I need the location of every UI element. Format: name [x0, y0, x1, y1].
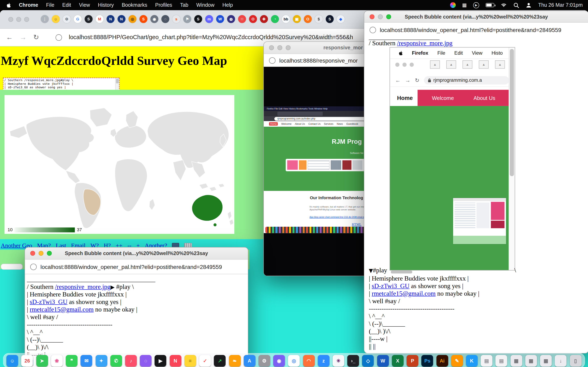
menu-item[interactable]: Window	[196, 2, 214, 8]
song-link[interactable]: sD-zTwi3_GU	[30, 298, 68, 305]
dock-icon[interactable]: ◇	[362, 355, 374, 366]
browser-tab[interactable]: m	[205, 15, 213, 23]
dock-icon[interactable]: Ai	[436, 355, 448, 366]
forward-icon[interactable]: →	[405, 77, 410, 83]
info-icon[interactable]	[370, 26, 376, 33]
address-text[interactable]: localhost:8888/responsive_mor	[279, 57, 358, 64]
iframe-vertical-scrollbar[interactable]	[509, 48, 515, 270]
dock-icon[interactable]: ▤	[495, 355, 507, 366]
menu-item[interactable]: Edit	[62, 2, 71, 8]
dock-icon[interactable]: ❞	[66, 355, 77, 366]
browser-tab[interactable]: S	[139, 15, 147, 23]
browser-tab[interactable]: N	[118, 15, 126, 23]
browser-tab[interactable]: N	[107, 15, 114, 23]
browser-tab[interactable]: bb	[282, 15, 290, 23]
menu-item[interactable]: File	[46, 2, 54, 8]
dock-icon[interactable]: ▶	[155, 355, 166, 366]
address-text[interactable]: localhost:8888/window_opener_pal.html?el…	[380, 26, 561, 33]
browser-tab[interactable]: S	[85, 15, 93, 23]
search-icon[interactable]	[513, 2, 519, 8]
menu-item[interactable]: View	[79, 2, 90, 8]
browser-tab[interactable]: ∷	[238, 15, 246, 23]
country-australia[interactable]	[192, 195, 223, 221]
details-play-icon[interactable]: ▶	[111, 284, 114, 290]
dock-icon[interactable]: ↓	[555, 355, 567, 366]
close-button[interactable]	[370, 14, 374, 19]
responsive-more-link[interactable]: /responsive_more.jpg	[397, 40, 453, 47]
browser-tab[interactable]: ◉	[150, 15, 158, 23]
reload-icon[interactable]: ↻	[415, 77, 419, 83]
minimize-button[interactable]	[39, 251, 43, 256]
browser-tab[interactable]: ☺	[52, 15, 60, 23]
dock-icon[interactable]: ➤	[36, 355, 48, 366]
back-icon[interactable]: ←	[395, 77, 401, 83]
browser-tab[interactable]: S	[194, 15, 202, 23]
dock-icon[interactable]: ♪	[125, 355, 137, 366]
dock-icon[interactable]: z	[318, 355, 329, 366]
close-button[interactable]	[269, 45, 274, 50]
window-controls[interactable]	[8, 17, 29, 22]
iframe-nav-item[interactable]: Welcome	[432, 95, 454, 101]
dock-icon[interactable]: ▯	[570, 355, 581, 366]
info-icon[interactable]	[269, 57, 276, 64]
menu-item[interactable]: History	[98, 2, 114, 8]
menu-item[interactable]: Tab	[180, 2, 188, 8]
dock-icon[interactable]: ✳	[333, 355, 344, 366]
email-link[interactable]: rmetcalfe15@gmail.com	[30, 306, 94, 313]
wifi-icon[interactable]	[501, 2, 507, 8]
dock-icon[interactable]: ✎	[451, 355, 463, 366]
battery-icon[interactable]	[486, 3, 494, 7]
address-bar[interactable]: localhost:8888/PHP/GeoChart/geo_chart.ph…	[69, 34, 353, 41]
browser-tab[interactable]: ◆	[337, 15, 345, 23]
dock-icon[interactable]: N	[169, 355, 181, 366]
user-icon[interactable]	[526, 2, 532, 8]
dock-icon[interactable]: ❧	[229, 355, 241, 366]
dock-icon[interactable]: ≡	[184, 355, 196, 366]
dock-icon[interactable]: ▦	[540, 355, 552, 366]
dock-icon[interactable]: ◌	[140, 355, 151, 366]
grid-icon[interactable]: ▦	[462, 2, 467, 8]
browser-tab[interactable]: O	[249, 15, 257, 23]
dock-icon[interactable]: ↗	[214, 355, 226, 366]
play-circle-icon[interactable]: ▶	[473, 2, 479, 8]
minimize-button[interactable]	[277, 45, 282, 50]
email-link[interactable]: rmetcalfe15@gmail.com	[372, 290, 436, 297]
dock-icon[interactable]: ▦	[525, 355, 537, 366]
dock-icon[interactable]: ▤	[481, 355, 493, 366]
info-icon[interactable]	[56, 34, 62, 40]
minimize-button[interactable]	[16, 17, 21, 22]
iframe-address[interactable]: rjmprogramming.com.a	[424, 76, 509, 84]
color-wheel-icon[interactable]	[450, 2, 456, 8]
browser-tab[interactable]: ▣	[293, 15, 301, 23]
browser-tab[interactable]: O	[304, 15, 312, 23]
apple-icon[interactable]	[6, 2, 11, 8]
dock-icon[interactable]: Ps	[421, 355, 433, 366]
browser-tab[interactable]: s	[172, 15, 180, 23]
dock-icon[interactable]: 26	[21, 355, 33, 366]
dock-icon[interactable]: P	[407, 355, 418, 366]
dock-icon[interactable]: ☺	[7, 355, 18, 366]
browser-tab[interactable]: ◎	[129, 15, 136, 23]
dock-icon[interactable]: ⚙	[259, 355, 270, 366]
browser-tab[interactable]: ⋮	[41, 15, 49, 23]
dock-icon[interactable]: ▦	[510, 355, 522, 366]
browser-tab[interactable]: $	[315, 15, 323, 23]
dock-icon[interactable]: ✆	[110, 355, 122, 366]
dock-icon[interactable]: A	[243, 355, 255, 366]
browser-tab[interactable]: ◔	[271, 15, 279, 23]
close-button[interactable]	[8, 17, 13, 22]
dock-icon[interactable]: ❀	[51, 355, 63, 366]
browser-tab[interactable]: S	[326, 15, 334, 23]
browser-tab[interactable]: ✚	[260, 15, 268, 23]
iframe-nav-item[interactable]: About Us	[474, 95, 495, 101]
browser-tab[interactable]: G	[74, 15, 82, 23]
dock-icon[interactable]: K	[466, 355, 477, 366]
forward-icon[interactable]: →	[20, 33, 26, 42]
minimize-button[interactable]	[378, 14, 383, 19]
iframe-nav-home[interactable]: Home	[392, 90, 417, 106]
dock-icon[interactable]: ✓	[199, 355, 211, 366]
horizontal-scrollbar[interactable]	[1, 264, 23, 270]
dock-icon[interactable]: W	[377, 355, 389, 366]
active-app-name[interactable]: Chrome	[19, 2, 38, 8]
menu-item[interactable]: Profiles	[155, 2, 172, 8]
